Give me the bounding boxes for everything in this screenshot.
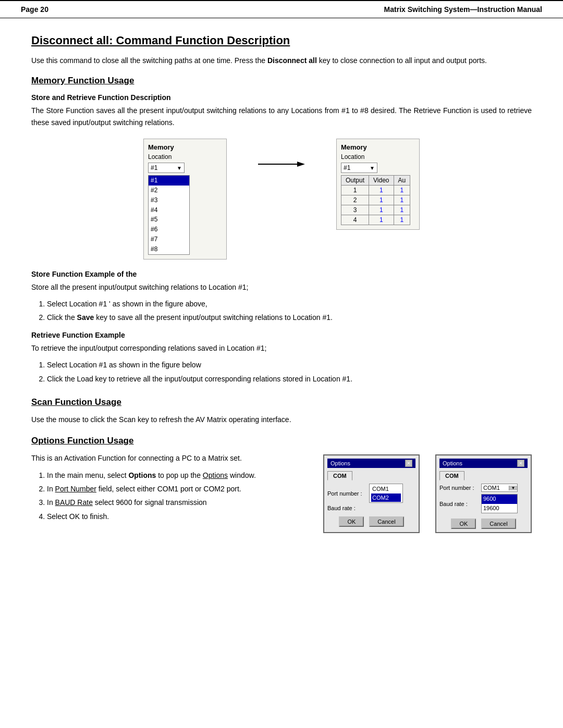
row3-output: 3	[341, 205, 369, 215]
list-item-6[interactable]: #6	[149, 225, 189, 235]
svg-marker-1	[297, 162, 305, 167]
row3-au: 1	[394, 205, 410, 215]
list-item-7[interactable]: #7	[149, 235, 189, 244]
arrow-container	[258, 139, 305, 169]
options-section: Options ✕ COM Port number : COM1 COM2 Ba…	[31, 452, 532, 533]
left-port-com1[interactable]: COM1	[371, 485, 401, 493]
left-dropdown-row: #1 ▼	[148, 163, 222, 173]
left-fig-location-label: Location	[148, 153, 222, 161]
right-com-tab[interactable]: COM	[439, 471, 464, 480]
col-au: Au	[394, 176, 410, 186]
options-figures: Options ✕ COM Port number : COM1 COM2 Ba…	[323, 454, 532, 533]
left-port-com2[interactable]: COM2	[371, 493, 401, 502]
right-baud-label: Baud rate :	[439, 501, 481, 507]
store-example-steps: Select Location #1 ' as shown in the fig…	[47, 298, 532, 324]
row1-output: 1	[341, 186, 369, 195]
right-baud-list: 9600 19600	[481, 494, 518, 513]
store-retrieve-subtitle: Store and Retrieve Function Description	[31, 93, 532, 102]
left-com-tab[interactable]: COM	[327, 471, 352, 480]
row2-output: 2	[341, 195, 369, 205]
list-item-2[interactable]: #2	[149, 186, 189, 195]
right-baud-row: Baud rate : 9600 19600	[439, 494, 528, 513]
main-content: Disconnect all: Command Function Descrip…	[0, 34, 563, 554]
dropdown-arrow-icon: ▼	[177, 165, 182, 171]
right-port-field[interactable]: COM1 ▼	[481, 484, 518, 492]
left-fig-title: Memory	[148, 143, 222, 151]
left-options-buttons: OK Cancel	[327, 516, 415, 527]
left-memory-list: #1 #2 #3 #4 #5 #6 #7 #8	[148, 175, 190, 254]
disconnect-all-title: Disconnect all: Command Function Descrip…	[31, 34, 532, 47]
list-item-8[interactable]: #8	[149, 244, 189, 254]
table-row: 1 1 1	[341, 186, 410, 195]
right-memory-figure: Memory Location #1 ▼ Output Video Au	[336, 139, 420, 230]
left-port-row: Port number : COM1 COM2	[327, 484, 415, 503]
left-ok-button[interactable]: OK	[339, 516, 364, 527]
left-location-dropdown[interactable]: #1 ▼	[148, 163, 185, 173]
right-port-row: Port number : COM1 ▼	[439, 484, 528, 492]
right-fig-location-label: Location	[341, 153, 415, 161]
right-port-dropdown-btn[interactable]: ▼	[509, 486, 517, 490]
table-row: 3 1 1	[341, 205, 410, 215]
row4-output: 4	[341, 215, 369, 225]
right-options-window: Options ✕ COM Port number : COM1 ▼ Baud …	[435, 454, 532, 533]
store-step-2: Click the Save key to save all the prese…	[47, 312, 532, 323]
page-header: Page 20 Matrix Switching System—Instruct…	[0, 0, 563, 18]
retrieve-step-2: Click the Load key to retrieve all the i…	[47, 373, 532, 385]
right-options-buttons: OK Cancel	[439, 519, 528, 529]
memory-figures: Memory Location #1 ▼ #1 #2 #3 #4 #5 #6 #…	[31, 139, 532, 259]
table-row: 4 1 1	[341, 215, 410, 225]
scan-function-title: Scan Function Usage	[31, 397, 532, 408]
right-cancel-button[interactable]: Cancel	[481, 519, 516, 529]
row2-video: 1	[369, 195, 394, 205]
retrieve-example-subtitle: Retrieve Function Example	[31, 331, 532, 339]
row4-au: 1	[394, 215, 410, 225]
options-function-title: Options Function Usage	[31, 436, 532, 446]
left-options-titlebar: Options ✕	[327, 459, 415, 468]
list-item-5[interactable]: #5	[149, 215, 189, 225]
list-item-4[interactable]: #4	[149, 205, 189, 215]
row1-au: 1	[394, 186, 410, 195]
left-options-close-button[interactable]: ✕	[405, 460, 412, 467]
right-dropdown-arrow-icon: ▼	[370, 165, 375, 171]
retrieve-example-intro: To retrieve the input/output correspondi…	[31, 342, 532, 354]
retrieve-example-steps: Select Location #1 as shown in the figur…	[47, 359, 532, 385]
right-options-title: Options	[443, 460, 462, 466]
right-port-value: COM1	[482, 484, 509, 491]
store-retrieve-body: The Store Function saves all the present…	[31, 105, 532, 128]
right-options-tab-bar: COM	[439, 471, 528, 480]
baud-19600[interactable]: 19600	[482, 504, 517, 513]
left-options-tab-bar: COM	[327, 471, 415, 480]
right-location-dropdown[interactable]: #1 ▼	[341, 163, 377, 173]
baud-9600[interactable]: 9600	[482, 495, 517, 503]
row1-video: 1	[369, 186, 394, 195]
manual-title: Matrix Switching System—Instruction Manu…	[384, 5, 542, 14]
left-cancel-button[interactable]: Cancel	[369, 516, 403, 527]
col-output: Output	[341, 176, 369, 186]
left-options-title: Options	[331, 460, 350, 466]
left-memory-figure: Memory Location #1 ▼ #1 #2 #3 #4 #5 #6 #…	[143, 139, 227, 259]
memory-table: Output Video Au 1 1 1 2 1 1	[341, 175, 410, 225]
disconnect-all-intro: Use this command to close all the switch…	[31, 55, 532, 66]
retrieve-step-1: Select Location #1 as shown in the figur…	[47, 359, 532, 371]
page-number: Page 20	[21, 5, 48, 14]
left-baud-row: Baud rate :	[327, 505, 415, 511]
right-dropdown-row: #1 ▼	[341, 163, 415, 173]
right-options-titlebar: Options ✕	[439, 459, 528, 468]
list-item-3[interactable]: #3	[149, 195, 189, 205]
row3-video: 1	[369, 205, 394, 215]
scan-function-body: Use the mouse to click the Scan key to r…	[31, 414, 532, 425]
memory-function-title: Memory Function Usage	[31, 76, 532, 86]
col-video: Video	[369, 176, 394, 186]
store-step-1: Select Location #1 ' as shown in the fig…	[47, 298, 532, 310]
left-options-window: Options ✕ COM Port number : COM1 COM2 Ba…	[323, 454, 420, 533]
left-port-dropdown[interactable]: COM1 COM2	[369, 484, 403, 503]
row2-au: 1	[394, 195, 410, 205]
left-port-label: Port number :	[327, 490, 369, 497]
list-item-1[interactable]: #1	[149, 176, 189, 186]
right-options-close-button[interactable]: ✕	[517, 460, 524, 467]
store-example-intro: Store all the present input/output switc…	[31, 281, 532, 293]
store-example-subtitle: Store Function Example of the	[31, 270, 532, 278]
right-port-label: Port number :	[439, 485, 481, 491]
right-arrow-icon	[258, 159, 305, 169]
right-ok-button[interactable]: OK	[451, 519, 476, 529]
